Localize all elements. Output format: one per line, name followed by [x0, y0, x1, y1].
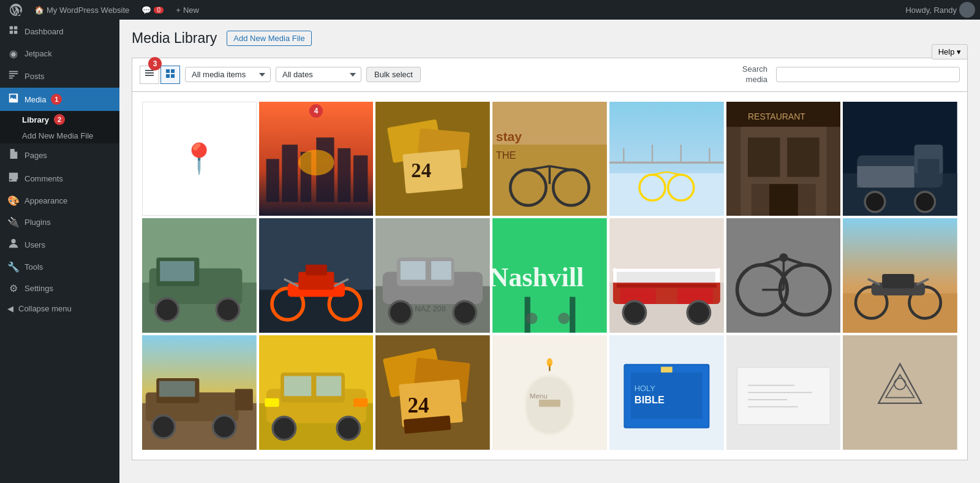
svg-text:NAZ 208: NAZ 208	[415, 304, 447, 313]
sidebar-item-settings[interactable]: ⚙ Settings	[0, 278, 119, 299]
svg-point-55	[156, 299, 178, 321]
filter-media-select[interactable]: All media items Images Audio Video Docum…	[185, 67, 271, 82]
grid-view-button[interactable]	[160, 66, 180, 84]
svg-text:Menu: Menu	[530, 392, 548, 400]
adminbar-home[interactable]: 🏠 My WordPress Website	[29, 0, 134, 20]
svg-rect-71	[431, 261, 451, 280]
svg-point-122	[337, 417, 360, 439]
filter-dates-select[interactable]: All dates January 2024	[276, 67, 361, 82]
adminbar-new[interactable]: + New	[171, 0, 204, 20]
svg-text:THE: THE	[496, 150, 516, 161]
svg-rect-70	[401, 261, 426, 280]
media-toolbar: 3 All media items Images	[132, 58, 968, 92]
sidebar-item-plugins[interactable]: 🔌 Plugins	[0, 211, 119, 233]
media-item[interactable]: HOLY BIBLE	[609, 335, 724, 450]
svg-point-137	[547, 358, 552, 367]
adminbar-wp-logo[interactable]	[5, 0, 27, 20]
grid-view-icon	[165, 69, 175, 81]
submenu-library[interactable]: Library 2	[0, 111, 119, 128]
library-badge: 2	[54, 114, 65, 125]
svg-point-89	[623, 302, 646, 324]
sidebar-item-users[interactable]: Users	[0, 233, 119, 256]
tools-icon: 🔧	[7, 261, 20, 273]
media-item[interactable]: 24	[375, 102, 490, 216]
sidebar-item-tools[interactable]: 🔧 Tools	[0, 256, 119, 278]
svg-text:24: 24	[412, 159, 432, 181]
sidebar-plugins-label: Plugins	[24, 218, 51, 227]
media-item[interactable]	[843, 218, 957, 333]
svg-rect-36	[748, 137, 780, 177]
help-button[interactable]: Help ▾	[932, 44, 968, 59]
media-item[interactable]	[726, 335, 841, 450]
add-new-media-label: Add New Media File	[233, 34, 304, 43]
svg-rect-146	[737, 368, 830, 425]
settings-icon: ⚙	[7, 283, 20, 294]
media-item[interactable]: 📍	[142, 102, 257, 216]
media-badge: 1	[51, 94, 62, 105]
media-item[interactable]	[259, 218, 374, 333]
media-submenu: Library 2 Add New Media File	[0, 111, 119, 143]
svg-point-80	[558, 313, 570, 324]
sidebar-item-jetpack[interactable]: ◉ Jetpack	[0, 43, 119, 64]
media-item[interactable]: NAZ 208	[375, 218, 490, 333]
sidebar-item-appearance[interactable]: 🎨 Appearance	[0, 190, 119, 211]
sidebar-media-label: Media	[24, 95, 46, 104]
media-item[interactable]: stay THE	[492, 102, 607, 216]
svg-rect-114	[235, 389, 253, 411]
svg-rect-119	[284, 376, 311, 397]
svg-rect-54	[160, 261, 194, 281]
sidebar-tools-label: Tools	[24, 262, 43, 272]
sidebar-comments-label: Comments	[24, 174, 63, 183]
sidebar-item-comments[interactable]: Comments	[0, 167, 119, 190]
media-item[interactable]	[843, 335, 957, 450]
sidebar-users-label: Users	[24, 240, 45, 249]
admin-bar: 🏠 My WordPress Website 💬 0 + New Howdy, …	[0, 0, 980, 20]
media-item[interactable]	[142, 218, 257, 333]
list-view-icon	[145, 69, 154, 81]
adminbar-howdy: Howdy, Randy	[905, 6, 957, 15]
sidebar-pages-label: Pages	[24, 151, 47, 160]
svg-rect-144	[661, 367, 673, 372]
svg-point-8	[298, 150, 334, 175]
bulk-select-button[interactable]: Bulk select	[366, 67, 421, 82]
svg-text:RESTAURANT: RESTAURANT	[748, 112, 805, 121]
add-new-media-button[interactable]: Add New Media File	[227, 31, 311, 46]
location-pin-icon: 📍	[181, 142, 217, 176]
sidebar-item-media[interactable]: Media 1	[0, 88, 119, 111]
jetpack-icon: ◉	[7, 48, 20, 59]
search-media-input[interactable]	[776, 67, 960, 82]
media-item[interactable]: 4	[259, 102, 374, 216]
media-item[interactable]	[609, 218, 724, 333]
media-item[interactable]: 24	[375, 335, 490, 450]
adminbar-site-name: My WordPress Website	[47, 6, 129, 15]
collapse-icon: ◀	[7, 304, 13, 313]
media-item[interactable]	[259, 335, 374, 450]
comment-icon: 💬	[141, 6, 151, 15]
media-item[interactable]: Nashvill	[492, 218, 607, 333]
collapse-menu[interactable]: ◀ Collapse menu	[0, 299, 119, 318]
svg-rect-104	[882, 274, 914, 288]
svg-rect-45	[858, 166, 914, 188]
media-item[interactable]	[609, 102, 724, 216]
view-toggle: 3	[140, 66, 180, 84]
sidebar-item-dashboard[interactable]: Dashboard	[0, 20, 119, 43]
submenu-add-new[interactable]: Add New Media File	[0, 128, 119, 143]
media-item[interactable]: RESTAURANT	[726, 102, 841, 216]
sidebar-posts-label: Posts	[24, 72, 45, 81]
media-item[interactable]	[726, 218, 841, 333]
media-item[interactable]	[142, 335, 257, 450]
adminbar-comments[interactable]: 💬 0	[137, 0, 168, 20]
sidebar-item-pages[interactable]: Pages	[0, 143, 119, 167]
users-icon	[7, 238, 20, 251]
svg-point-113	[213, 416, 236, 438]
media-item[interactable]	[843, 102, 957, 216]
svg-point-79	[526, 313, 538, 324]
sidebar-item-posts[interactable]: Posts	[0, 64, 119, 88]
sidebar-jetpack-label: Jetpack	[24, 49, 52, 58]
svg-rect-88	[617, 284, 717, 288]
svg-point-72	[390, 302, 412, 324]
media-item[interactable]: Menu	[492, 335, 607, 450]
collapse-label: Collapse menu	[18, 304, 72, 313]
svg-point-90	[687, 302, 710, 324]
svg-point-47	[915, 192, 935, 212]
